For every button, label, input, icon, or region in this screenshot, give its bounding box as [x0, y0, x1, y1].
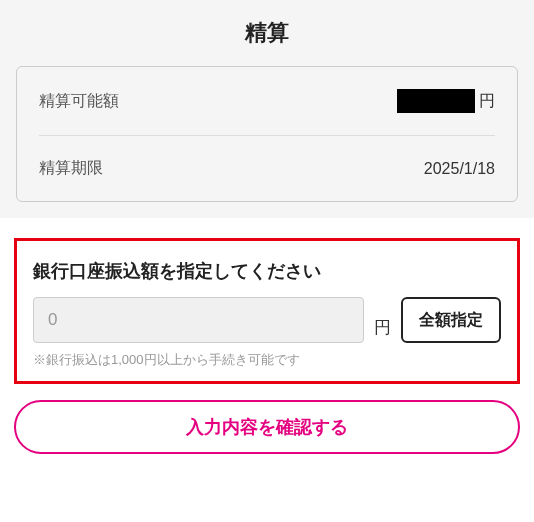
deadline-row: 精算期限 2025/1/18 — [39, 135, 495, 201]
settlement-info-card: 精算可能額 円 精算期限 2025/1/18 — [16, 66, 518, 202]
available-amount-value: 円 — [397, 89, 495, 113]
confirm-wrapper: 入力内容を確認する — [0, 400, 534, 454]
transfer-heading: 銀行口座振込額を指定してください — [33, 259, 501, 283]
summary-section: 精算 精算可能額 円 精算期限 2025/1/18 — [0, 0, 534, 218]
full-amount-button[interactable]: 全額指定 — [401, 297, 501, 343]
currency-unit-label: 円 — [374, 316, 391, 343]
transfer-amount-section: 銀行口座振込額を指定してください 円 全額指定 ※銀行振込は1,000円以上から… — [14, 238, 520, 384]
available-amount-row: 精算可能額 円 — [39, 67, 495, 135]
redacted-amount — [397, 89, 475, 113]
currency-unit: 円 — [479, 91, 495, 112]
minimum-note: ※銀行振込は1,000円以上から手続き可能です — [33, 351, 501, 369]
page-title: 精算 — [16, 18, 518, 48]
deadline-label: 精算期限 — [39, 158, 103, 179]
amount-input[interactable] — [33, 297, 364, 343]
confirm-button[interactable]: 入力内容を確認する — [14, 400, 520, 454]
deadline-value: 2025/1/18 — [424, 160, 495, 178]
available-amount-label: 精算可能額 — [39, 91, 119, 112]
amount-input-row: 円 全額指定 — [33, 297, 501, 343]
